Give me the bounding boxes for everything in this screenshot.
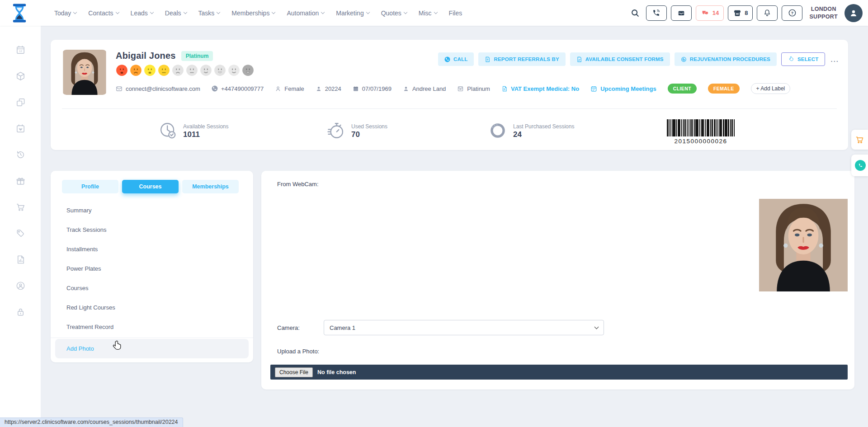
sidebar-item-power-plates[interactable]: Power Plates	[51, 259, 253, 278]
client-tabs-card: Profile Courses Memberships Summary Trac…	[51, 171, 253, 362]
mood-icon-5[interactable]	[172, 64, 184, 76]
search-icon[interactable]	[630, 8, 640, 18]
client-id: 20224	[316, 85, 341, 92]
client-phone: +447490009777	[212, 85, 264, 92]
lock-icon[interactable]	[15, 307, 26, 317]
stopwatch-icon	[326, 121, 345, 140]
chevron-down-icon	[404, 10, 407, 14]
nav-label: Misc	[419, 9, 432, 17]
nav-item-today[interactable]: Today	[54, 9, 76, 17]
consent-forms-button[interactable]: AVAILABLE CONSENT FORMS	[570, 52, 670, 66]
nav-label: Files	[449, 9, 462, 17]
help-button[interactable]: ?	[782, 5, 802, 21]
cart-icon[interactable]	[15, 202, 26, 212]
nav-item-quotes[interactable]: Quotes	[381, 9, 407, 17]
client-gender: Female	[275, 85, 304, 92]
nav-label: Quotes	[381, 9, 401, 17]
calendar-rebook-icon[interactable]	[15, 123, 26, 134]
stat-available-sessions: Available Sessions1011	[158, 121, 229, 140]
camera-select-wrap: Camera 1	[324, 320, 604, 335]
select-button[interactable]: SELECT	[781, 52, 826, 66]
more-actions-button[interactable]: ...	[830, 56, 839, 63]
tab-profile[interactable]: Profile	[62, 180, 118, 193]
nav-item-contacts[interactable]: Contacts	[88, 9, 118, 17]
inbox-icon	[677, 9, 686, 17]
mood-icon-2[interactable]	[130, 64, 142, 76]
sidebar-item-red-light-courses[interactable]: Red Light Courses	[51, 298, 253, 317]
phone-icon	[652, 9, 660, 17]
nav-item-tasks[interactable]: Tasks	[198, 9, 220, 17]
sidebar-item-track-sessions[interactable]: Track Sessions	[51, 220, 253, 239]
copy-icon[interactable]	[15, 97, 26, 108]
nav-item-marketing[interactable]: Marketing	[336, 9, 369, 17]
divider	[62, 108, 837, 109]
dialer-button[interactable]	[646, 5, 667, 21]
sidebar-item-add-photo[interactable]: Add Photo	[55, 339, 249, 358]
nav-item-misc[interactable]: Misc	[419, 9, 437, 17]
sidebar-item-courses[interactable]: Courses	[51, 278, 253, 298]
nav-item-automation[interactable]: Automation	[287, 9, 324, 17]
store-button[interactable]: 8	[728, 5, 753, 21]
mood-icon-7[interactable]	[200, 64, 212, 76]
mood-icon-3[interactable]	[144, 64, 156, 76]
sidebar-item-treatment-record[interactable]: Treatment Record	[51, 317, 253, 337]
gift-icon[interactable]	[15, 176, 26, 186]
tab-memberships[interactable]: Memberships	[182, 180, 239, 193]
rejuvenation-procedures-button[interactable]: REJUVENATION PROCEDURES	[675, 52, 777, 66]
store-count: 8	[745, 9, 748, 16]
nav-label: Memberships	[231, 9, 269, 17]
mood-icon-8[interactable]	[214, 64, 226, 76]
person-icon	[316, 85, 322, 92]
call-button[interactable]: CALL	[438, 52, 474, 66]
vat-exempt-link[interactable]: VAT Exempt Medical: No	[501, 85, 579, 92]
mood-icon-10[interactable]	[242, 64, 254, 76]
nav-item-deals[interactable]: Deals	[165, 9, 187, 17]
clinicsoftware-logo[interactable]	[11, 3, 28, 23]
inbox-button[interactable]	[671, 5, 692, 21]
user-privacy-icon[interactable]	[15, 281, 26, 291]
notifications-button[interactable]	[757, 5, 778, 21]
chevron-down-icon	[217, 10, 220, 14]
client-photo	[62, 50, 107, 95]
donut-chart-icon	[488, 121, 507, 140]
upcoming-meetings-link[interactable]: Upcoming Meetings	[590, 85, 656, 92]
chevron-down-icon	[150, 10, 154, 14]
history-icon[interactable]	[15, 150, 26, 160]
webcam-preview	[759, 199, 848, 291]
report-referrals-button[interactable]: REPORT REFERRALS BY	[478, 52, 565, 66]
tags-icon[interactable]	[15, 228, 26, 239]
call-widget[interactable]	[851, 155, 868, 176]
choose-file-button[interactable]: Choose File	[275, 367, 313, 377]
client-membership: Platinum	[457, 85, 490, 92]
svg-text:?: ?	[791, 11, 793, 15]
phone-icon	[444, 56, 450, 62]
package-icon[interactable]	[15, 71, 26, 81]
email-icon	[116, 85, 123, 92]
report-icon[interactable]	[15, 254, 26, 265]
camera-select[interactable]: Camera 1	[324, 320, 604, 335]
mood-icon-6[interactable]	[186, 64, 198, 76]
mood-icon-1[interactable]	[116, 64, 128, 76]
nav-item-memberships[interactable]: Memberships	[231, 9, 275, 17]
chat-count: 14	[712, 9, 719, 16]
cart-widget[interactable]	[851, 130, 868, 150]
stat-used-sessions: Used Sessions70	[326, 121, 387, 140]
sidebar-item-installments[interactable]: Installments	[51, 239, 253, 259]
nav-label: Automation	[287, 9, 319, 17]
nav-item-files[interactable]: Files	[449, 9, 462, 17]
tab-courses[interactable]: Courses	[122, 180, 179, 193]
nav-label: Marketing	[336, 9, 363, 17]
add-photo-panel: From WebCam: Camera: Camera 1 Upload a P…	[261, 171, 854, 389]
sidebar-item-summary[interactable]: Summary	[51, 201, 253, 220]
mood-icon-9[interactable]	[228, 64, 240, 76]
mood-rating	[116, 64, 254, 76]
user-avatar[interactable]	[844, 4, 863, 22]
nav-item-leads[interactable]: Leads	[131, 9, 153, 17]
mood-icon-4[interactable]	[158, 64, 170, 76]
chat-button[interactable]: 14	[696, 5, 724, 21]
chevron-down-icon	[366, 10, 369, 14]
add-label-button[interactable]: + Add Label	[751, 83, 791, 94]
tier-badge: Platinum	[181, 51, 213, 61]
calendar-12-icon[interactable]: 12	[15, 45, 26, 55]
person-icon	[403, 85, 409, 92]
